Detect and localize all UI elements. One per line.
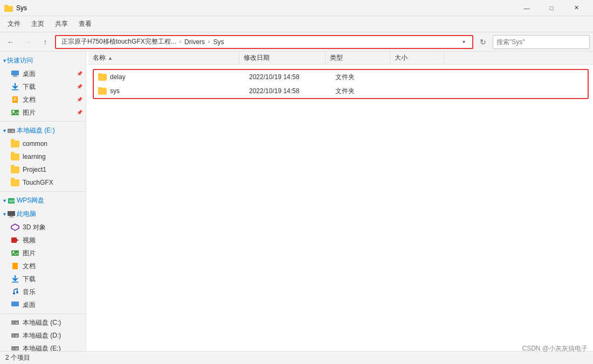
path-segment-root[interactable]: 正宗原子H750移植touchGFX完整工程... <box>59 36 178 47</box>
file-date-delay: 2022/10/19 14:58 <box>249 73 335 81</box>
sidebar-pic-label: 图片 <box>23 108 36 117</box>
col-header-name[interactable]: 名称 ▲ <box>88 52 239 64</box>
sidebar-item-desktop[interactable]: 桌面 📌 <box>0 67 86 80</box>
status-count: 2 个项目 <box>5 353 30 362</box>
file-list: delay 2022/10/19 14:58 文件夹 sys 2022/10/1… <box>88 65 593 351</box>
sidebar-item-download[interactable]: 下载 📌 <box>0 80 86 93</box>
svg-text:WPS: WPS <box>9 199 16 203</box>
sidebar-touchgfx-label: TouchGFX <box>23 179 53 186</box>
svg-rect-2 <box>11 71 19 75</box>
svg-rect-30 <box>11 320 19 325</box>
svg-point-28 <box>16 291 18 293</box>
title-bar-controls: — □ ✕ <box>514 0 589 16</box>
refresh-button[interactable]: ↻ <box>475 34 491 50</box>
sidebar-quick-access[interactable]: ▾ 快速访问 <box>0 54 86 67</box>
sidebar-desktop2[interactable]: 桌面 <box>0 298 86 311</box>
pc-label: 此电脑 <box>17 209 36 219</box>
sidebar-3d-label: 3D 对象 <box>23 223 46 232</box>
quick-access-arrow: ▾ <box>3 58 6 64</box>
svg-marker-20 <box>11 224 19 230</box>
sidebar-item-pic[interactable]: 图片 📌 <box>0 106 86 119</box>
sidebar-project1[interactable]: Project1 <box>0 163 86 176</box>
menu-view[interactable]: 查看 <box>73 17 97 31</box>
sidebar-drive-e[interactable]: ▾ 本地磁盘 (E:) <box>0 124 86 137</box>
sidebar-music[interactable]: 音乐 <box>0 285 86 298</box>
svg-rect-36 <box>11 346 19 351</box>
sidebar-learning-label: learning <box>23 153 46 160</box>
address-bar[interactable]: 正宗原子H750移植touchGFX完整工程... › Drivers › Sy… <box>55 35 473 49</box>
svg-rect-34 <box>16 335 18 337</box>
sidebar-pc[interactable]: ▾ 此电脑 <box>0 207 86 221</box>
path-segment-sys[interactable]: Sys <box>211 37 226 47</box>
file-type-sys: 文件夹 <box>335 87 400 96</box>
sidebar-doc2[interactable]: 文档 <box>0 260 86 272</box>
sidebar-divider-2 <box>0 191 86 192</box>
address-dropdown[interactable]: ▾ <box>458 35 469 49</box>
sidebar-desktop2-label: 桌面 <box>23 300 36 310</box>
sidebar-pic2[interactable]: 图片 <box>0 247 86 260</box>
sidebar-drive-e2[interactable]: 本地磁盘 (E:) <box>0 342 86 351</box>
back-button[interactable]: ← <box>3 34 18 50</box>
project1-folder-icon <box>11 166 19 173</box>
sidebar-item-doc[interactable]: 文档 📌 <box>0 93 86 106</box>
col-header-type[interactable]: 类型 <box>326 52 390 64</box>
file-row-delay[interactable]: delay 2022/10/19 14:58 文件夹 <box>94 70 588 84</box>
col-header-date[interactable]: 修改日期 <box>239 52 326 64</box>
sidebar-drive-e2-label: 本地磁盘 (E:) <box>23 344 61 352</box>
svg-rect-1 <box>4 5 8 7</box>
highlight-box: delay 2022/10/19 14:58 文件夹 sys 2022/10/1… <box>93 69 589 99</box>
svg-rect-12 <box>8 129 15 133</box>
menu-file[interactable]: 文件 <box>2 17 26 31</box>
path-segment-drivers[interactable]: Drivers <box>182 37 207 47</box>
pin-icon-3: 📌 <box>77 97 82 102</box>
sidebar-common[interactable]: common <box>0 137 86 150</box>
up-button[interactable]: ↑ <box>38 34 53 50</box>
svg-point-35 <box>12 335 13 337</box>
file-name-sys: sys <box>110 87 120 95</box>
window-title: Sys <box>16 4 27 12</box>
svg-marker-22 <box>17 239 19 241</box>
sys-folder-icon <box>98 88 107 95</box>
minimize-button[interactable]: — <box>514 0 539 16</box>
wps-label: WPS网盘 <box>17 196 44 205</box>
col-type-label: 类型 <box>330 53 343 62</box>
file-area: 名称 ▲ 修改日期 类型 大小 delay 2022/10/ <box>88 52 593 351</box>
sidebar-drive-d[interactable]: 本地磁盘 (D:) <box>0 329 86 342</box>
col-header-size[interactable]: 大小 <box>390 52 444 64</box>
sidebar-learning[interactable]: learning <box>0 150 86 163</box>
sidebar-desktop-label: 桌面 <box>23 69 36 79</box>
sidebar-doc2-label: 文档 <box>23 262 36 271</box>
sidebar-wps[interactable]: ▾ WPS WPS网盘 <box>0 194 86 207</box>
col-size-label: 大小 <box>395 53 408 62</box>
common-folder-icon <box>11 141 19 148</box>
sidebar-touchgfx[interactable]: TouchGFX <box>0 176 86 189</box>
address-path: 正宗原子H750移植touchGFX完整工程... › Drivers › Sy… <box>59 36 458 47</box>
sidebar-download2[interactable]: 下载 <box>0 272 86 285</box>
sidebar-drive-c[interactable]: 本地磁盘 (C:) <box>0 316 86 329</box>
music-icon <box>11 288 19 296</box>
menu-share[interactable]: 共享 <box>50 17 73 31</box>
file-name-delay: delay <box>110 73 126 81</box>
search-input[interactable] <box>493 35 590 49</box>
file-row-sys[interactable]: sys 2022/10/19 14:58 文件夹 <box>94 84 588 98</box>
pic-icon <box>11 109 19 116</box>
sidebar-drive-d-label: 本地磁盘 (D:) <box>23 331 61 340</box>
column-headers: 名称 ▲ 修改日期 类型 大小 <box>88 52 593 65</box>
doc2-icon <box>11 262 19 270</box>
menu-home[interactable]: 主页 <box>26 17 50 31</box>
menu-bar: 文件 主页 共享 查看 <box>0 16 593 32</box>
sidebar-common-label: common <box>23 140 47 148</box>
svg-rect-4 <box>12 76 18 77</box>
close-button[interactable]: ✕ <box>564 0 589 16</box>
maximize-button[interactable]: □ <box>539 0 564 16</box>
sidebar-project1-label: Project1 <box>23 166 46 173</box>
download-icon <box>11 83 19 90</box>
main-area: ▾ 快速访问 桌面 📌 下载 📌 文档 📌 图片 📌 ▾ 本地磁 <box>0 52 593 351</box>
pin-icon-4: 📌 <box>77 110 82 115</box>
wps-icon: WPS <box>7 197 16 205</box>
sort-arrow: ▲ <box>108 55 113 61</box>
svg-rect-18 <box>10 216 13 217</box>
sidebar-video[interactable]: 视频 <box>0 234 86 247</box>
sidebar-3d[interactable]: 3D 对象 <box>0 221 86 234</box>
forward-button[interactable]: → <box>20 34 36 50</box>
